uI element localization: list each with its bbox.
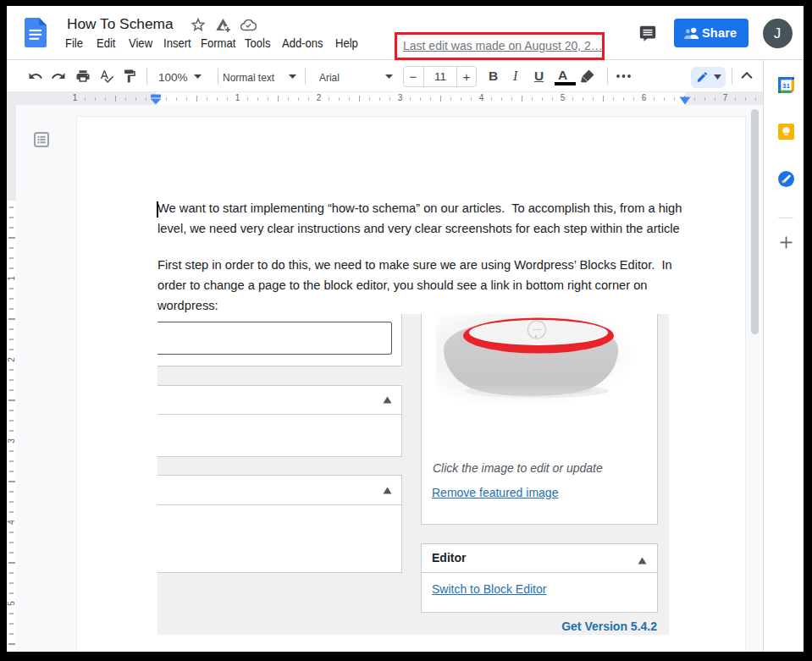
svg-text:31: 31 bbox=[782, 82, 790, 90]
